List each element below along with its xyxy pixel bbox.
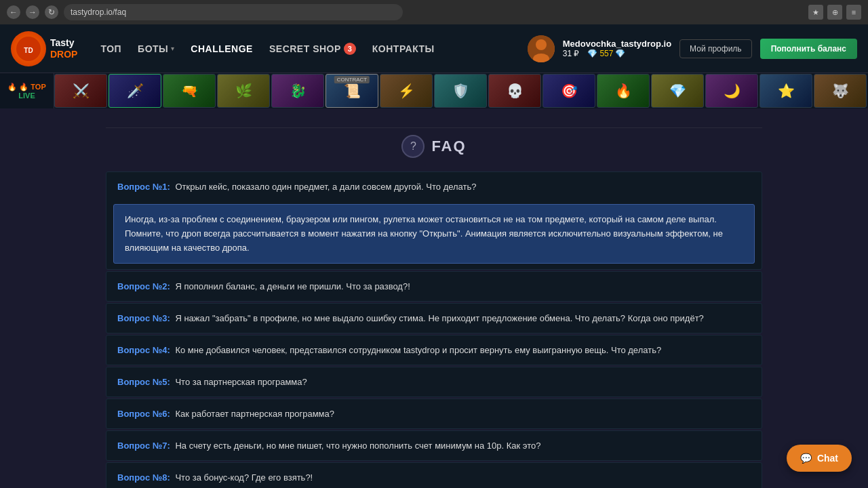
faq-title: FAQ: [431, 138, 466, 155]
url-bar[interactable]: [64, 4, 403, 20]
reload-button[interactable]: ↻: [45, 5, 58, 19]
carousel-item[interactable]: 💎: [651, 74, 704, 108]
live-label: LIVE: [18, 92, 35, 100]
faq-question-num: Вопрос №5:: [117, 377, 170, 387]
carousel-items-list: ⚔️🗡️🔫🌿🐉CONTRACT📜⚡🛡️💀🎯🔥💎🌙⭐🐺🦅: [54, 74, 868, 108]
item-icon: 🛡️: [452, 83, 469, 99]
carousel-item[interactable]: 🌙: [705, 74, 758, 108]
nav-secret-shop-container: SECRET SHOP 3: [269, 41, 356, 57]
faq-question[interactable]: Вопрос №6: Как работает партнерская прог…: [106, 399, 762, 428]
chat-icon: 💬: [800, 453, 812, 464]
nav-challenge[interactable]: CHALLENGE: [191, 41, 253, 57]
carousel-item[interactable]: 💀: [488, 74, 541, 108]
browser-icon-1[interactable]: ★: [808, 5, 823, 20]
nav-bots[interactable]: БОТЫ ▾: [138, 41, 174, 57]
user-info: Medovochka_tastydrop.io 31 ₽ 💎 557 💎: [563, 39, 671, 58]
contract-badge: CONTRACT: [334, 76, 370, 83]
item-icon: 🎯: [561, 83, 578, 99]
faq-question-num: Вопрос №6:: [117, 409, 170, 419]
faq-question-text: Что за партнерская программа?: [175, 377, 307, 387]
user-balance: 31 ₽ 💎 557 💎: [563, 49, 671, 58]
balance-rub: 31 ₽: [563, 49, 580, 58]
item-icon: 🐉: [290, 83, 307, 99]
faq-item: Вопрос №2: Я пополнил баланс, а деньги н…: [106, 271, 762, 302]
logo-icon: TD: [11, 31, 46, 66]
carousel-item[interactable]: 🔥: [597, 74, 650, 108]
nav-secret-shop[interactable]: SECRET SHOP: [269, 41, 341, 57]
item-icon: 💀: [507, 83, 524, 99]
carousel-item[interactable]: 🎯: [542, 74, 595, 108]
back-button[interactable]: ←: [7, 5, 20, 19]
nav-contracts[interactable]: КОНТРАКТЫ: [372, 41, 435, 57]
item-icon: 🐺: [832, 83, 849, 99]
faq-item: Вопрос №1: Открыл кейс, показало один пр…: [106, 171, 762, 270]
carousel-item[interactable]: ⚔️: [54, 74, 107, 108]
item-icon: ⚔️: [73, 83, 90, 99]
browser-icon-3[interactable]: ≡: [846, 5, 861, 20]
carousel-item[interactable]: 🌿: [217, 74, 270, 108]
item-icon: ⚡: [398, 83, 415, 99]
faq-question[interactable]: Вопрос №5: Что за партнерская программа?: [106, 367, 762, 396]
faq-item: Вопрос №7: На счету есть деньги, но мне …: [106, 430, 762, 461]
faq-question-text: Ко мне добавился человек, представился с…: [175, 345, 661, 355]
svg-point-3: [536, 39, 547, 50]
main-nav: TD Tasty DROP ТОП БОТЫ ▾ CHALLENGE SECRE…: [0, 24, 868, 73]
faq-question-text: Я нажал "забрать" в профиле, но мне выда…: [175, 313, 703, 323]
faq-question-num: Вопрос №1:: [117, 182, 170, 192]
carousel-item[interactable]: 🛡️: [434, 74, 487, 108]
item-icon: 💎: [669, 83, 686, 99]
item-icon: 🌙: [724, 83, 741, 99]
faq-answer: Иногда, из-за проблем с соединением, бра…: [113, 204, 755, 264]
carousel-item[interactable]: 🐺: [814, 74, 867, 108]
main-content: ? FAQ Вопрос №1: Открыл кейс, показало о…: [95, 108, 773, 488]
logo[interactable]: TD Tasty DROP: [11, 31, 77, 66]
browser-bar: ← → ↻ ★ ⊕ ≡: [0, 0, 868, 24]
faq-question-text: Я пополнил баланс, а деньги не пришли. Ч…: [175, 281, 410, 291]
fire-icon: 🔥: [7, 83, 17, 92]
browser-icons: ★ ⊕ ≡: [808, 5, 861, 20]
carousel-item[interactable]: 🐉: [271, 74, 324, 108]
faq-question[interactable]: Вопрос №1: Открыл кейс, показало один пр…: [106, 172, 762, 201]
user-name: Medovochka_tastydrop.io: [563, 39, 671, 49]
faq-item: Вопрос №8: Что за бонус-код? Где его взя…: [106, 462, 762, 488]
faq-item: Вопрос №6: Как работает партнерская прог…: [106, 399, 762, 429]
browser-icon-2[interactable]: ⊕: [827, 5, 842, 20]
nav-top[interactable]: ТОП: [100, 41, 121, 57]
forward-button[interactable]: →: [26, 5, 39, 19]
faq-question[interactable]: Вопрос №8: Что за бонус-код? Где его взя…: [106, 463, 762, 488]
faq-question[interactable]: Вопрос №4: Ко мне добавился человек, пре…: [106, 336, 762, 365]
faq-item: Вопрос №3: Я нажал "забрать" в профиле, …: [106, 303, 762, 333]
faq-question-text: Как работает партнерская программа?: [175, 409, 334, 419]
faq-question-text: На счету есть деньги, но мне пишет, что …: [175, 441, 540, 451]
faq-question-num: Вопрос №7:: [117, 441, 170, 451]
faq-question[interactable]: Вопрос №3: Я нажал "забрать" в профиле, …: [106, 304, 762, 333]
faq-question[interactable]: Вопрос №7: На счету есть деньги, но мне …: [106, 431, 762, 460]
secret-shop-badge: 3: [344, 43, 356, 55]
topup-button[interactable]: Пополнить баланс: [760, 39, 857, 59]
item-icon: 📜: [344, 83, 361, 99]
carousel-item[interactable]: 🗡️: [108, 74, 161, 108]
faq-icon: ?: [401, 135, 425, 158]
user-area: Medovochka_tastydrop.io 31 ₽ 💎 557 💎 Мой…: [528, 35, 857, 62]
faq-question-num: Вопрос №4:: [117, 345, 170, 355]
nav-bots-label[interactable]: БОТЫ: [138, 41, 168, 57]
carousel-item[interactable]: ⚡: [380, 74, 433, 108]
faq-list: Вопрос №1: Открыл кейс, показало один пр…: [106, 171, 762, 488]
carousel-item[interactable]: 🔫: [163, 74, 216, 108]
faq-item: Вопрос №4: Ко мне добавился человек, пре…: [106, 335, 762, 365]
item-icon: 🗡️: [127, 83, 144, 99]
faq-question[interactable]: Вопрос №2: Я пополнил баланс, а деньги н…: [106, 272, 762, 301]
carousel-item[interactable]: ⭐: [760, 74, 812, 108]
balance-gem: 💎 557 💎: [587, 49, 625, 58]
faq-question-text: Открыл кейс, показало один предмет, а да…: [175, 182, 476, 192]
faq-question-text: Что за бонус-код? Где его взять?!: [175, 472, 313, 483]
item-icon: ⭐: [778, 83, 795, 99]
faq-item: Вопрос №5: Что за партнерская программа?: [106, 367, 762, 397]
faq-question-num: Вопрос №3:: [117, 313, 170, 323]
carousel-item[interactable]: CONTRACT📜: [326, 74, 378, 108]
faq-question-num: Вопрос №2:: [117, 281, 170, 291]
chat-button[interactable]: 💬 Chat: [787, 445, 852, 472]
chevron-down-icon: ▾: [171, 45, 174, 52]
profile-button[interactable]: Мой профиль: [679, 39, 752, 58]
items-carousel: 🔥 🔥 TOP LIVE ⚔️🗡️🔫🌿🐉CONTRACT📜⚡🛡️💀🎯🔥💎🌙⭐🐺🦅: [0, 73, 868, 108]
